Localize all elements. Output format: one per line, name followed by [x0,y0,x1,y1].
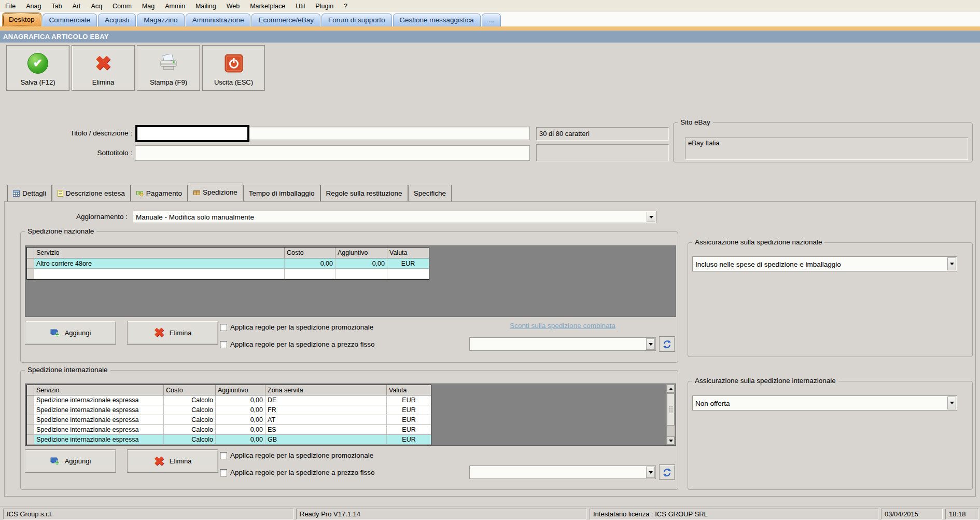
col-servizio[interactable]: Servizio [34,385,164,395]
national-combined-dropdown-button[interactable] [646,338,655,350]
menu-comm[interactable]: Comm [107,1,137,11]
national-fixed-price-checkbox[interactable] [220,341,227,348]
scrollbar-thumb[interactable] [667,393,675,426]
international-table-scrollbar[interactable] [666,384,675,445]
cell-zona: FR [265,405,387,415]
status-version: Ready Pro V17.1.14 [296,509,586,519]
table-row[interactable] [27,269,429,279]
update-mode-dropdown-button[interactable] [647,212,655,222]
menu-anag[interactable]: Anag [21,1,46,11]
table-row[interactable]: Spedizione internazionale espressa Calco… [27,415,431,425]
national-add-button[interactable]: Aggiungi [25,321,116,345]
international-add-button[interactable]: Aggiungi [25,449,116,473]
tab-tempo-imballaggio[interactable]: Tempo di imballaggio [243,185,320,201]
menu-acq[interactable]: Acq [86,1,108,11]
tab-descrizione-estesa[interactable]: Descrizione estesa [52,185,131,201]
international-insurance-dropdown-button[interactable] [947,396,956,409]
app-window: File Anag Tab Art Acq Comm Mag Ammin Mai… [0,0,980,520]
main-tab-commerciale[interactable]: Commerciale [43,13,97,26]
national-table[interactable]: Servizio Costo Aggiuntivo Valuta Altro c… [26,247,429,280]
main-tab-forum[interactable]: Forum di supporto [321,13,392,26]
tab-regole-restituzione[interactable]: Regole sulla restituzione [320,185,408,201]
international-combined-select[interactable] [469,466,656,479]
national-insurance-select[interactable]: Incluso nelle spese di spedizione e imba… [692,256,957,271]
table-row[interactable]: Spedizione internazionale espressa Calco… [27,425,431,435]
table-row[interactable]: Spedizione internazionale espressa Calco… [27,405,431,415]
tab-spedizione[interactable]: Spedizione [188,183,243,201]
title-focus-box[interactable] [135,125,249,142]
status-date: 03/04/2015 [881,509,943,519]
menu-tab[interactable]: Tab [46,1,67,11]
tab-specifiche[interactable]: Specifiche [408,185,452,201]
international-insurance-select[interactable]: Non offerta [692,395,957,410]
international-delete-button[interactable]: ✖ Elimina [127,449,218,473]
cell-servizio: Spedizione internazionale espressa [34,395,164,405]
combined-shipping-discounts-link[interactable]: Sconti sulla spedizione combinata [469,322,656,330]
col-servizio[interactable]: Servizio [34,248,285,258]
main-tab-ecommerce-ebay[interactable]: Ecommerce/eBay [251,13,320,26]
international-combined-dropdown-button[interactable] [646,467,655,478]
col-valuta[interactable]: Valuta [387,385,431,395]
row-selector[interactable] [27,269,34,279]
row-selector[interactable] [27,425,34,435]
col-aggiuntivo[interactable]: Aggiuntivo [335,248,387,258]
row-selector[interactable] [27,435,34,445]
menu-mag[interactable]: Mag [137,1,160,11]
save-button[interactable]: ✔ Salva (F12) [6,45,69,91]
row-selector[interactable] [27,258,34,269]
delete-button[interactable]: ✖ Elimina [72,45,135,91]
menu-help[interactable]: ? [339,1,353,11]
international-refresh-button[interactable] [659,464,675,480]
international-table-header: Servizio Costo Aggiuntivo Zona servita V… [27,385,431,395]
tab-pagamento[interactable]: Pagamento [131,185,188,201]
row-selector[interactable] [27,405,34,415]
table-row[interactable]: Spedizione internazionale espressa Calco… [27,435,431,445]
national-combined-select[interactable] [469,337,656,351]
main-tab-acquisti[interactable]: Acquisti [98,13,136,26]
menu-file[interactable]: File [0,1,21,11]
national-promo-checkbox-label: Applica regole per la spedizione promozi… [230,323,373,331]
main-tab-amministrazione[interactable]: Amministrazione [186,13,251,26]
cell-costo: Calcolo [164,435,216,445]
col-zona-servita[interactable]: Zona servita [265,385,387,395]
subtitle-input[interactable] [135,145,530,161]
main-tab-magazzino[interactable]: Magazzino [137,13,184,26]
menu-web[interactable]: Web [221,1,245,11]
scroll-up-button[interactable] [667,385,675,393]
menu-art[interactable]: Art [67,1,86,11]
exit-button[interactable]: Uscita (ESC) [202,45,265,91]
main-tab-messaggistica[interactable]: Gestione messaggistica [393,13,481,26]
row-selector[interactable] [27,415,34,425]
menu-marketplace[interactable]: Marketplace [245,1,290,11]
col-valuta[interactable]: Valuta [387,248,429,258]
international-promo-checkbox[interactable] [220,452,227,459]
national-delete-button-label: Elimina [170,329,192,337]
table-row[interactable]: Spedizione internazionale espressa Calco… [27,395,431,405]
menu-util[interactable]: Util [290,1,310,11]
main-tab-desktop[interactable]: Desktop [2,12,41,26]
tab-dettagli[interactable]: Dettagli [7,185,52,201]
national-promo-checkbox[interactable] [220,324,227,331]
col-aggiuntivo[interactable]: Aggiuntivo [216,385,265,395]
col-costo[interactable]: Costo [164,385,216,395]
menu-ammin[interactable]: Ammin [160,1,190,11]
subtitle-field-label: Sottotitolo : [21,145,132,161]
cell-aggiuntivo: 0,00 [335,258,387,269]
international-table[interactable]: Servizio Costo Aggiuntivo Zona servita V… [26,385,431,445]
menu-plugin[interactable]: Plugin [310,1,339,11]
menu-mailing[interactable]: Mailing [190,1,221,11]
site-ebay-value: eBay Italia [685,138,968,160]
main-tab-overflow[interactable]: ... [482,13,501,26]
scroll-down-button[interactable] [667,436,675,445]
national-insurance-dropdown-button[interactable] [947,257,956,270]
update-mode-select[interactable]: Manuale - Modifica solo manualmente [133,211,656,223]
col-costo[interactable]: Costo [285,248,335,258]
international-fixed-price-checkbox[interactable] [220,469,227,476]
table-row[interactable]: Altro corriere 48ore 0,00 0,00 EUR [27,258,429,269]
national-refresh-button[interactable] [659,336,675,352]
print-button[interactable]: Stampa (F9) [137,45,200,91]
national-delete-button[interactable]: ✖ Elimina [127,321,218,345]
row-selector[interactable] [27,395,34,405]
delete-button-label: Elimina [92,78,115,86]
national-table-header: Servizio Costo Aggiuntivo Valuta [27,248,429,258]
